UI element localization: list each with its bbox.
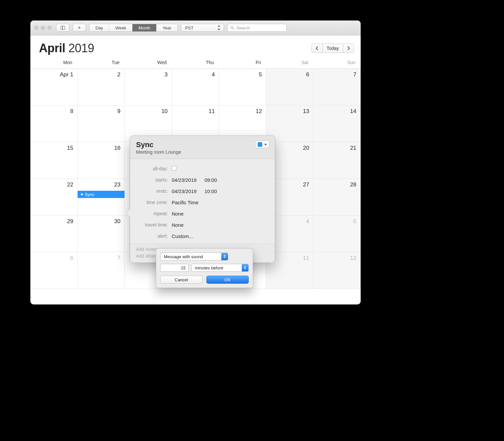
day-number: 7 (117, 255, 120, 261)
chevron-left-icon (315, 46, 318, 50)
ends-time[interactable]: 10:00 (204, 188, 217, 194)
alert-type-select[interactable]: Message with sound (160, 253, 228, 261)
day-number: 12 (256, 108, 262, 115)
day-number: 6 (70, 255, 73, 261)
day-number: 5 (259, 71, 262, 78)
view-week[interactable]: Week (109, 24, 132, 31)
view-month[interactable]: Month (132, 24, 157, 31)
next-month-button[interactable] (343, 44, 354, 53)
select-stepper-icon (221, 253, 228, 260)
alert-amount-input[interactable]: 15 (160, 264, 189, 272)
event-pill[interactable]: Sync (78, 191, 125, 198)
ok-button[interactable]: OK (206, 276, 249, 284)
zoom-icon[interactable] (48, 26, 52, 30)
day-number: 4 (212, 71, 215, 78)
day-cell[interactable]: 6 (266, 69, 313, 105)
alert-unit-select[interactable]: minutes before (191, 264, 249, 272)
day-number: 10 (162, 108, 168, 115)
new-event-button[interactable]: + (73, 24, 86, 32)
day-cell[interactable]: 29 (30, 216, 78, 252)
day-number: 14 (350, 108, 356, 115)
view-day[interactable]: Day (90, 24, 109, 31)
repeat-label: repeat: (136, 211, 172, 216)
day-cell[interactable]: 21 (313, 142, 361, 179)
timezone-select[interactable]: PST (181, 24, 224, 32)
day-number: 8 (70, 108, 73, 115)
day-cell[interactable]: 7 (78, 252, 125, 289)
day-cell[interactable]: 3 (125, 69, 172, 105)
alert-config-popover: Message with sound 15 minutes before Can… (156, 248, 253, 288)
day-cell[interactable]: 12 (313, 252, 361, 289)
prev-month-button[interactable] (311, 44, 323, 53)
day-cell[interactable]: 14 (313, 105, 361, 142)
day-number: 27 (303, 181, 309, 188)
search-icon (230, 26, 234, 30)
calendar-header: April 2019 Today (30, 35, 361, 60)
day-number: 30 (114, 218, 121, 225)
title-year: 2019 (68, 41, 94, 55)
popover-body: all-day: starts: 04/23/2019 09:00 ends: … (130, 159, 275, 244)
event-pill-label: Sync (85, 192, 94, 197)
cancel-button[interactable]: Cancel (160, 276, 202, 284)
weekday-label: Sun (313, 60, 361, 65)
toggle-sidebar-button[interactable] (56, 24, 69, 32)
weekday-label: Thu (172, 60, 219, 65)
day-cell[interactable]: 4 (172, 69, 219, 105)
day-cell[interactable]: 22 (30, 179, 78, 216)
day-cell[interactable]: Apr 1 (30, 69, 78, 105)
search-field[interactable]: Search (227, 24, 287, 32)
day-number: 11 (303, 255, 309, 261)
weekday-header: MonTueWedThuFriSatSun (30, 60, 361, 69)
day-number: 15 (67, 145, 73, 151)
search-placeholder: Search (236, 25, 250, 30)
day-cell[interactable]: 5 (219, 69, 266, 105)
allday-label: all-day: (136, 166, 172, 171)
alert-value[interactable]: Custom... (172, 233, 193, 239)
timezone-label: time zone: (136, 200, 172, 205)
day-number: 3 (164, 71, 167, 78)
event-dot-icon (81, 193, 83, 195)
close-icon[interactable] (34, 26, 38, 30)
select-stepper-icon (242, 264, 248, 271)
today-button[interactable]: Today (323, 44, 343, 53)
weekday-label: Wed (125, 60, 172, 65)
timezone-value[interactable]: Pacific Time (172, 200, 198, 205)
page-title: April 2019 (39, 41, 94, 55)
starts-date[interactable]: 04/23/2019 (172, 177, 197, 183)
day-number: 7 (353, 71, 356, 78)
day-cell[interactable]: 5 (313, 216, 361, 252)
day-number: 11 (209, 108, 215, 115)
day-cell[interactable]: 30 (78, 216, 125, 252)
day-cell[interactable]: 28 (313, 179, 361, 216)
chevron-down-icon (264, 144, 267, 145)
travel-time-label: travel time: (136, 222, 172, 227)
day-cell[interactable]: 9 (78, 105, 125, 142)
day-number: 5 (353, 218, 356, 225)
day-number: 6 (306, 71, 309, 78)
day-number: 21 (350, 145, 356, 151)
alert-unit-value: minutes before (192, 265, 227, 270)
day-cell[interactable]: 7 (313, 69, 361, 105)
event-title[interactable]: Sync (136, 140, 181, 149)
calendar-color-picker[interactable] (255, 140, 270, 148)
timezone-value: PST (185, 25, 194, 30)
repeat-value[interactable]: None (172, 211, 184, 217)
stepper-arrows-icon (217, 25, 221, 30)
minimize-icon[interactable] (41, 26, 45, 30)
popover-header: Sync Meeting room Lounge (130, 136, 275, 159)
ends-date[interactable]: 04/23/2019 (172, 188, 197, 194)
day-cell[interactable]: 2 (78, 69, 125, 105)
day-cell[interactable]: 15 (30, 142, 78, 179)
day-cell[interactable]: 6 (30, 252, 78, 289)
day-cell[interactable]: 16 (78, 142, 125, 179)
day-number: 13 (303, 108, 309, 115)
view-year[interactable]: Year (157, 24, 177, 31)
travel-time-value[interactable]: None (172, 222, 184, 228)
day-cell[interactable]: 8 (30, 105, 78, 142)
titlebar: + Day Week Month Year PST Search (30, 20, 361, 35)
weekday-label: Tue (78, 60, 125, 65)
event-location[interactable]: Meeting room Lounge (136, 149, 181, 155)
starts-time[interactable]: 09:00 (204, 177, 217, 183)
allday-checkbox[interactable] (172, 166, 176, 171)
day-cell[interactable]: 23Sync (78, 179, 125, 216)
